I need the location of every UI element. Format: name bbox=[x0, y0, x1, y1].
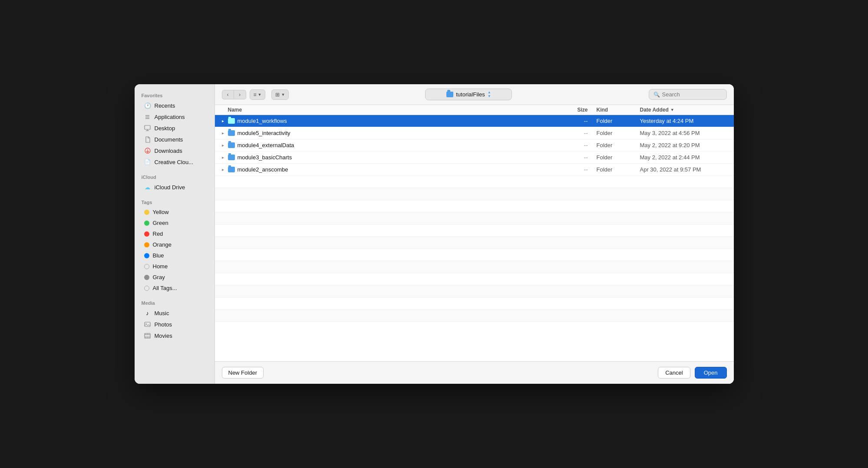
search-input[interactable] bbox=[662, 91, 722, 98]
empty-row bbox=[215, 249, 734, 261]
sidebar-item-label: Recents bbox=[155, 102, 175, 109]
green-dot bbox=[144, 221, 149, 226]
folder-icon bbox=[228, 130, 235, 136]
col-kind-header[interactable]: Kind bbox=[597, 107, 640, 113]
footer: New Folder Cancel Open bbox=[215, 361, 734, 384]
empty-row bbox=[215, 188, 734, 200]
empty-row bbox=[215, 237, 734, 249]
expand-arrow-icon[interactable]: ▸ bbox=[222, 155, 228, 160]
icloud-drive-icon: ☁ bbox=[144, 184, 151, 191]
svg-rect-8 bbox=[145, 322, 150, 326]
back-button[interactable]: ‹ bbox=[222, 90, 234, 99]
col-date-header[interactable]: Date Added ▼ bbox=[640, 107, 727, 113]
creative-cloud-icon: 📄 bbox=[144, 158, 151, 165]
nav-buttons: ‹ › bbox=[222, 90, 246, 99]
file-size: -- bbox=[553, 154, 597, 161]
sidebar-item-label: Documents bbox=[155, 136, 183, 143]
sidebar-item-recents[interactable]: 🕐 Recents bbox=[137, 100, 212, 111]
sidebar-item-green[interactable]: Green bbox=[137, 218, 212, 228]
sidebar-item-downloads[interactable]: Downloads bbox=[137, 145, 212, 156]
empty-row bbox=[215, 261, 734, 273]
sidebar-item-music[interactable]: ♪ Music bbox=[137, 308, 212, 318]
sidebar-item-movies[interactable]: Movies bbox=[137, 330, 212, 341]
sidebar-item-label: iCloud Drive bbox=[155, 184, 185, 191]
col-size-header[interactable]: Size bbox=[553, 107, 597, 113]
toolbar-center: tutorialFiles ▲ ▼ bbox=[292, 89, 645, 100]
desktop-icon bbox=[144, 125, 151, 132]
search-box[interactable]: 🔍 bbox=[649, 89, 727, 100]
sidebar-item-label: Music bbox=[155, 310, 169, 316]
sidebar-item-desktop[interactable]: Desktop bbox=[137, 123, 212, 133]
sidebar-item-orange[interactable]: Orange bbox=[137, 240, 212, 250]
file-size: -- bbox=[553, 118, 597, 124]
col-name-header[interactable]: Name bbox=[228, 107, 553, 113]
sidebar-item-home[interactable]: Home bbox=[137, 261, 212, 271]
grid-view-button[interactable]: ⊞ ▼ bbox=[271, 89, 289, 100]
favorites-label: Favorites bbox=[135, 89, 215, 100]
new-folder-button[interactable]: New Folder bbox=[222, 367, 264, 379]
home-dot bbox=[144, 264, 149, 269]
file-name: module5_interactivity bbox=[238, 130, 553, 136]
sidebar-item-documents[interactable]: Documents bbox=[137, 134, 212, 145]
expand-arrow-icon[interactable]: ▸ bbox=[222, 143, 228, 148]
file-kind: Folder bbox=[597, 130, 640, 136]
file-date: May 2, 2022 at 9:20 PM bbox=[640, 142, 727, 148]
svg-point-9 bbox=[146, 323, 147, 324]
sidebar-item-creative-cloud[interactable]: 📄 Creative Clou... bbox=[137, 157, 212, 167]
movies-icon bbox=[144, 332, 151, 339]
sidebar-item-all-tags[interactable]: All Tags... bbox=[137, 283, 212, 293]
downloads-icon bbox=[144, 147, 151, 154]
applications-icon bbox=[144, 113, 151, 120]
cancel-button[interactable]: Cancel bbox=[658, 367, 690, 379]
sidebar-item-applications[interactable]: Applications bbox=[137, 112, 212, 122]
recents-icon: 🕐 bbox=[144, 102, 151, 109]
file-size: -- bbox=[553, 142, 597, 148]
documents-icon bbox=[144, 136, 151, 143]
folder-icon bbox=[228, 118, 235, 124]
toolbar: ‹ › ≡ ▼ ⊞ ▼ tutorialFiles ▲ bbox=[215, 84, 734, 105]
chevron-down-icon: ▼ bbox=[488, 95, 491, 98]
open-button[interactable]: Open bbox=[695, 367, 727, 379]
sidebar-item-label: Yellow bbox=[153, 209, 169, 215]
sidebar-item-yellow[interactable]: Yellow bbox=[137, 207, 212, 217]
empty-row bbox=[215, 285, 734, 297]
expand-arrow-icon[interactable]: ▸ bbox=[222, 167, 228, 172]
list-view-button[interactable]: ≡ ▼ bbox=[250, 89, 266, 100]
music-icon: ♪ bbox=[144, 310, 151, 316]
table-row[interactable]: ▸ module1_workflows -- Folder Yesterday … bbox=[215, 115, 734, 127]
expand-arrow-icon[interactable]: ▸ bbox=[222, 131, 228, 135]
table-row[interactable]: ▸ module5_interactivity -- Folder May 3,… bbox=[215, 127, 734, 139]
sidebar-item-label: Creative Clou... bbox=[155, 159, 194, 165]
empty-row bbox=[215, 212, 734, 224]
file-name: module4_externalData bbox=[238, 142, 553, 148]
gray-dot bbox=[144, 275, 149, 280]
file-date: May 2, 2022 at 2:44 PM bbox=[640, 154, 727, 161]
file-kind: Folder bbox=[597, 166, 640, 173]
sidebar-item-label: Downloads bbox=[155, 148, 182, 154]
sidebar-item-photos[interactable]: Photos bbox=[137, 319, 212, 330]
file-date: May 3, 2022 at 4:56 PM bbox=[640, 130, 727, 136]
forward-button[interactable]: › bbox=[234, 90, 246, 99]
blue-dot bbox=[144, 253, 149, 258]
main-content: ‹ › ≡ ▼ ⊞ ▼ tutorialFiles ▲ bbox=[215, 84, 734, 384]
table-row[interactable]: ▸ module4_externalData -- Folder May 2, … bbox=[215, 139, 734, 152]
empty-row bbox=[215, 176, 734, 188]
footer-right: Cancel Open bbox=[658, 367, 726, 379]
orange-dot bbox=[144, 242, 149, 247]
empty-row bbox=[215, 310, 734, 322]
expand-arrow-icon[interactable]: ▸ bbox=[222, 119, 228, 123]
empty-row bbox=[215, 224, 734, 237]
all-tags-dot bbox=[144, 286, 149, 291]
location-arrows[interactable]: ▲ ▼ bbox=[488, 91, 491, 98]
sidebar-item-icloud-drive[interactable]: ☁ iCloud Drive bbox=[137, 182, 212, 192]
sidebar-item-red[interactable]: Red bbox=[137, 229, 212, 239]
sidebar-item-label: Green bbox=[153, 220, 168, 226]
table-row[interactable]: ▸ module3_basicCharts -- Folder May 2, 2… bbox=[215, 152, 734, 164]
table-row[interactable]: ▸ module2_anscombe -- Folder Apr 30, 202… bbox=[215, 164, 734, 176]
location-pill[interactable]: tutorialFiles ▲ ▼ bbox=[425, 89, 512, 100]
sidebar-item-gray[interactable]: Gray bbox=[137, 272, 212, 282]
yellow-dot bbox=[144, 210, 149, 215]
sidebar-item-blue[interactable]: Blue bbox=[137, 250, 212, 260]
sidebar: Favorites 🕐 Recents Applications bbox=[135, 84, 215, 384]
chevron-up-icon: ▲ bbox=[488, 91, 491, 94]
